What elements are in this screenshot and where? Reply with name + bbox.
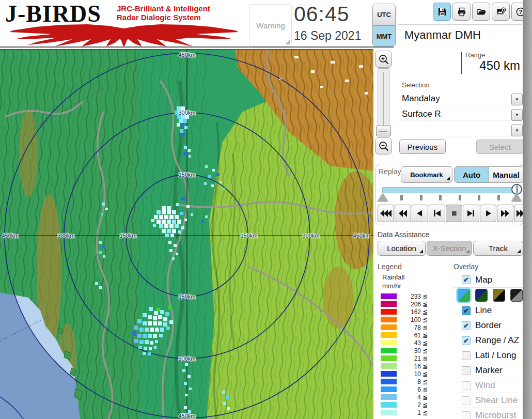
app-logo: J-BIRDS JRC-Brilliant & Intelligent Rada… bbox=[4, 1, 248, 46]
overlay-label-border: Border bbox=[475, 320, 502, 331]
site-dropdown-button[interactable]: ▼ bbox=[511, 94, 523, 105]
map-style-row bbox=[453, 287, 523, 303]
replay-slider-track[interactable] bbox=[382, 187, 515, 193]
capture-add-button[interactable] bbox=[492, 3, 510, 21]
overlay-row-range-az[interactable]: ✔ Range / AZ bbox=[453, 333, 523, 348]
svg-text:150km: 150km bbox=[178, 293, 195, 300]
overlay-label-shear-line: Shear Line bbox=[475, 395, 518, 406]
step-forward-button[interactable] bbox=[463, 205, 479, 222]
legend-lte: ≦ bbox=[423, 401, 428, 409]
slider-tick bbox=[420, 195, 423, 200]
track-button[interactable]: Track bbox=[473, 241, 523, 256]
legend-row: 61≦ bbox=[381, 331, 437, 339]
radar-map[interactable]: 450km300km150km150km300km450km450km300km… bbox=[0, 49, 373, 419]
bookmark-button[interactable]: Bookmark bbox=[401, 166, 452, 183]
legend-swatch bbox=[381, 309, 397, 315]
legend-swatch bbox=[381, 363, 397, 369]
slider-tick bbox=[400, 195, 403, 200]
timezone-toggle: UTC MMT bbox=[372, 4, 396, 47]
legend-swatch bbox=[381, 410, 397, 415]
legend-swatch bbox=[381, 340, 397, 346]
zoom-out-button[interactable] bbox=[375, 137, 392, 154]
overlay-row-map[interactable]: ✔ Map bbox=[453, 272, 523, 287]
line-checkbox[interactable]: ✔ bbox=[462, 306, 471, 315]
site-dropdown-value[interactable]: Mandalay bbox=[398, 92, 511, 105]
overlay-label-range-az: Range / AZ bbox=[475, 335, 519, 346]
overlay-row-line[interactable]: ✔ Line bbox=[453, 303, 523, 318]
check-icon: ✔ bbox=[463, 367, 469, 375]
map-style-3[interactable] bbox=[493, 289, 505, 302]
play-button[interactable] bbox=[480, 205, 496, 222]
microburst-checkbox[interactable]: ✔ bbox=[462, 411, 471, 419]
legend-value: 2 bbox=[397, 401, 421, 409]
overlay-row-microburst[interactable]: ✔ Microburst bbox=[453, 408, 523, 419]
window-edge-strip[interactable] bbox=[523, 0, 532, 419]
print-button[interactable] bbox=[452, 3, 471, 21]
range-start-marker[interactable] bbox=[378, 193, 388, 201]
legend-row: 233≦ bbox=[381, 292, 437, 300]
chevron-down-icon: ▼ bbox=[515, 128, 519, 133]
svg-text:450km: 450km bbox=[353, 232, 370, 239]
zoom-in-button[interactable] bbox=[375, 51, 392, 68]
lati-long-checkbox[interactable]: ✔ bbox=[462, 351, 471, 360]
select-button[interactable]: Select bbox=[476, 139, 524, 154]
rewind-button[interactable] bbox=[395, 205, 411, 222]
utc-button[interactable]: UTC bbox=[373, 4, 395, 26]
legend-swatch bbox=[381, 348, 397, 353]
map-style-4[interactable] bbox=[510, 289, 523, 302]
rewind-fast-button[interactable] bbox=[378, 205, 394, 222]
auto-button[interactable]: Auto bbox=[455, 167, 489, 182]
map-style-1[interactable] bbox=[458, 289, 470, 302]
check-icon: ✔ bbox=[463, 307, 469, 315]
overlay-row-border[interactable]: ✔ Border bbox=[453, 318, 523, 333]
step-back-button[interactable] bbox=[429, 205, 445, 222]
overlay-row-wind[interactable]: ✔ Wind bbox=[453, 378, 523, 393]
step-large-back-button[interactable] bbox=[412, 205, 428, 222]
option-dropdown-value[interactable] bbox=[398, 123, 511, 136]
marker-checkbox[interactable]: ✔ bbox=[462, 366, 471, 375]
legend-swatch bbox=[381, 371, 397, 377]
product-dropdown-button[interactable]: ▼ bbox=[511, 109, 523, 121]
overlay-title: Overlay bbox=[453, 262, 478, 271]
range-end-marker[interactable] bbox=[511, 193, 522, 201]
overlay-row-lati-long[interactable]: ✔ Lati / Long bbox=[453, 348, 523, 363]
overlay-row-shear-line[interactable]: ✔ Shear Line bbox=[453, 393, 523, 408]
legend-value: 30 bbox=[397, 347, 421, 354]
map-style-2[interactable] bbox=[475, 289, 488, 302]
product-dropdown-value[interactable]: Surface R bbox=[398, 108, 511, 121]
forward-button[interactable] bbox=[497, 205, 513, 222]
option-dropdown-button[interactable]: ▼ bbox=[511, 125, 523, 136]
warning-box[interactable]: Warning bbox=[249, 4, 292, 46]
legend-scale: 233≦ 206≦ 162≦ 100≦ 78≦ 61≦ 43≦ 30≦ 21≦ … bbox=[381, 292, 437, 416]
x-section-button[interactable]: X-Section bbox=[427, 241, 472, 256]
range-az-checkbox[interactable]: ✔ bbox=[462, 336, 471, 345]
header-bar: J-BIRDS JRC-Brilliant & Intelligent Rada… bbox=[0, 0, 532, 48]
legend-swatch bbox=[381, 379, 397, 384]
border-checkbox[interactable]: ✔ bbox=[462, 321, 471, 330]
legend-row: 206≦ bbox=[381, 300, 437, 308]
bookmark-label: Bookmark bbox=[410, 171, 443, 179]
mmt-button[interactable]: MMT bbox=[373, 26, 395, 47]
save-button[interactable] bbox=[433, 3, 451, 21]
legend-row: 6≦ bbox=[381, 385, 437, 393]
legend-row: 10≦ bbox=[381, 370, 437, 378]
map-checkbox[interactable]: ✔ bbox=[462, 275, 471, 284]
stop-button[interactable] bbox=[446, 205, 462, 222]
shear-line-checkbox[interactable]: ✔ bbox=[462, 396, 471, 405]
step-forward-icon bbox=[464, 209, 478, 218]
legend-lte: ≦ bbox=[423, 370, 428, 378]
manual-button[interactable]: Manual bbox=[489, 167, 523, 182]
rewind-icon bbox=[396, 209, 410, 218]
wind-checkbox[interactable]: ✔ bbox=[462, 381, 471, 390]
previous-button[interactable]: Previous bbox=[399, 139, 446, 154]
legend-row: 8≦ bbox=[381, 378, 437, 385]
clock-date: 16 Sep 2021 bbox=[294, 29, 361, 43]
location-button[interactable]: Location bbox=[378, 241, 426, 256]
zoom-in-icon bbox=[378, 54, 389, 65]
selection-label: Selection bbox=[402, 81, 429, 89]
legend-swatch bbox=[381, 293, 397, 299]
header-divider bbox=[398, 24, 522, 25]
open-folder-button[interactable] bbox=[472, 3, 490, 21]
zoom-slider-thumb[interactable] bbox=[376, 126, 391, 136]
overlay-row-marker[interactable]: ✔ Marker bbox=[453, 363, 523, 378]
